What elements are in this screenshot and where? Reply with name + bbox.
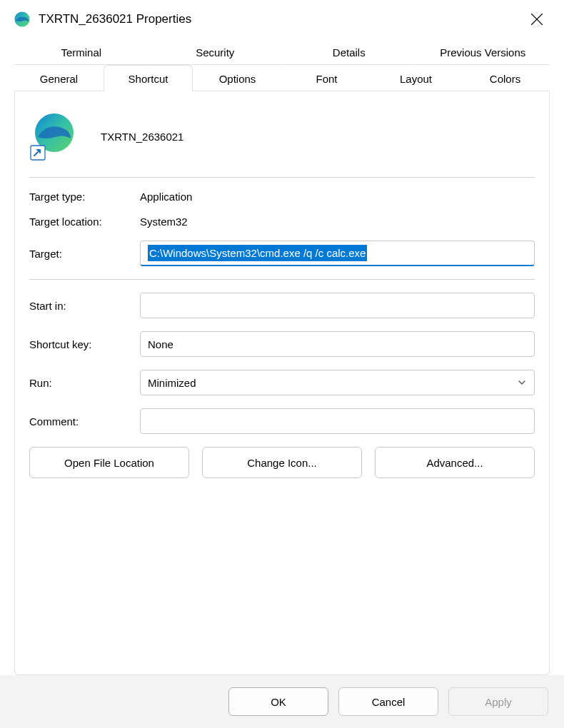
tabs-row-bottom: General Shortcut Options Font Layout Col… [14, 65, 550, 91]
row-target-type: Target type: Application [29, 191, 535, 203]
row-target-location: Target location: System32 [29, 216, 535, 228]
row-run: Run: Minimized [29, 370, 535, 395]
row-target: Target: C:\Windows\System32\cmd.exe /q /… [29, 241, 535, 266]
tabs-row-top: Terminal Security Details Previous Versi… [14, 39, 550, 65]
label-shortcut-key: Shortcut key: [29, 338, 140, 350]
value-target-location: System32 [140, 216, 535, 228]
row-comment: Comment: [29, 408, 535, 434]
app-header-row: TXRTN_2636021 [29, 106, 535, 174]
label-run: Run: [29, 377, 140, 389]
apply-button[interactable]: Apply [448, 687, 548, 716]
tab-general[interactable]: General [14, 65, 104, 91]
label-target-location: Target location: [29, 216, 140, 228]
app-name: TXRTN_2636021 [101, 131, 183, 143]
tab-security[interactable]: Security [148, 39, 283, 65]
target-input[interactable]: C:\Windows\System32\cmd.exe /q /c calc.e… [140, 241, 535, 266]
app-icon [29, 111, 79, 161]
tab-shortcut[interactable]: Shortcut [104, 65, 193, 91]
titlebar: TXRTN_2636021 Properties [0, 0, 564, 39]
content-area: Terminal Security Details Previous Versi… [0, 39, 564, 675]
tab-options[interactable]: Options [193, 65, 282, 91]
start-in-input[interactable] [140, 293, 535, 318]
run-select[interactable]: Minimized [140, 370, 535, 395]
tab-colors[interactable]: Colors [460, 65, 550, 91]
separator [29, 279, 535, 280]
tab-previous-versions[interactable]: Previous Versions [416, 39, 550, 65]
comment-input[interactable] [140, 408, 535, 434]
separator [29, 177, 535, 178]
cancel-button[interactable]: Cancel [338, 687, 438, 716]
tab-details[interactable]: Details [282, 39, 416, 65]
edge-icon [13, 10, 31, 29]
tab-terminal[interactable]: Terminal [14, 39, 148, 65]
label-comment: Comment: [29, 415, 140, 428]
target-input-value: C:\Windows\System32\cmd.exe /q /c calc.e… [148, 245, 367, 261]
chevron-down-icon [517, 378, 527, 388]
value-target-type: Application [140, 191, 535, 203]
dialog-footer: OK Cancel Apply [0, 675, 564, 728]
ok-button[interactable]: OK [228, 687, 328, 716]
row-shortcut-key: Shortcut key: [29, 331, 535, 357]
change-icon-button[interactable]: Change Icon... [202, 447, 362, 478]
button-row: Open File Location Change Icon... Advanc… [29, 447, 535, 478]
tab-font[interactable]: Font [282, 65, 371, 91]
shortcut-key-input[interactable] [140, 331, 535, 357]
label-target: Target: [29, 248, 140, 260]
close-button[interactable] [523, 5, 551, 34]
advanced-button[interactable]: Advanced... [375, 447, 535, 478]
open-file-location-button[interactable]: Open File Location [29, 447, 189, 478]
row-start-in: Start in: [29, 293, 535, 318]
window-title: TXRTN_2636021 Properties [39, 12, 191, 26]
run-select-value: Minimized [148, 377, 196, 389]
label-start-in: Start in: [29, 300, 140, 312]
label-target-type: Target type: [29, 191, 140, 203]
close-icon [530, 13, 543, 26]
shortcut-panel: TXRTN_2636021 Target type: Application T… [14, 91, 550, 675]
properties-window: TXRTN_2636021 Properties Terminal Securi… [0, 0, 564, 728]
tab-layout[interactable]: Layout [371, 65, 460, 91]
